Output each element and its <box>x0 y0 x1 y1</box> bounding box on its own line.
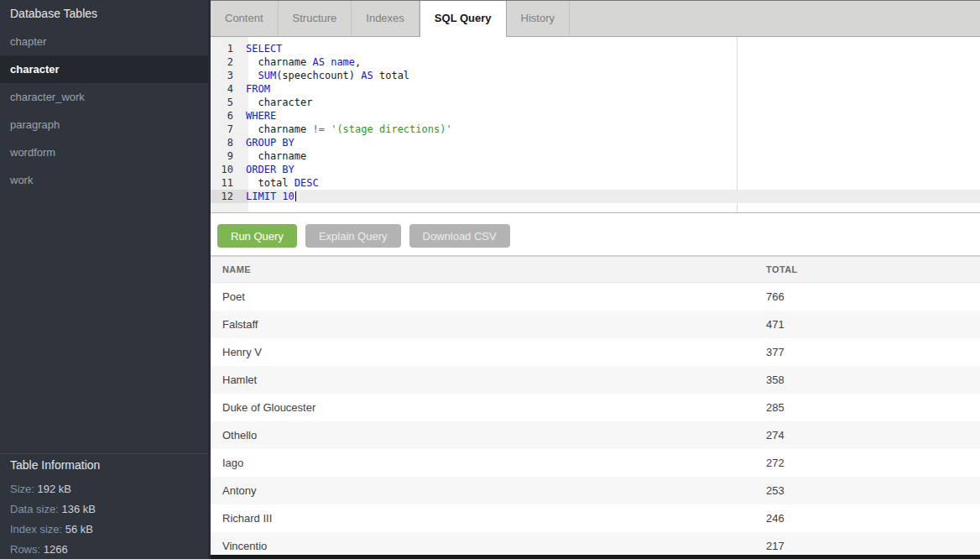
sidebar-table-wordform[interactable]: wordform <box>0 138 208 166</box>
stat-label: Index size: <box>10 523 65 535</box>
table-information-stats: Size: 192 kBData size: 136 kBIndex size:… <box>10 483 198 556</box>
editor-line: 1SELECT <box>211 42 980 55</box>
stat-row: Size: 192 kB <box>10 483 198 495</box>
sidebar-table-character-work[interactable]: character_work <box>0 83 208 111</box>
editor-line: 5 character <box>211 96 980 109</box>
cell-total: 272 <box>766 457 980 469</box>
run-query-button[interactable]: Run Query <box>217 224 297 248</box>
stat-label: Size: <box>10 483 38 495</box>
editor-line: 7 charname != '(stage directions)' <box>211 123 980 136</box>
cell-name: Richard III <box>211 512 766 525</box>
cell-name: Poet <box>211 290 766 303</box>
stat-row: Rows: 1266 <box>10 544 198 556</box>
cell-name: Falstaff <box>211 318 766 331</box>
code-text: WHERE <box>241 109 276 123</box>
cell-name: Henry V <box>211 346 766 358</box>
cell-total: 377 <box>766 346 980 358</box>
line-number: 3 <box>211 69 241 82</box>
table-row: Iago272 <box>211 449 980 477</box>
sidebar-table-paragraph[interactable]: paragraph <box>0 111 208 138</box>
table-row: Richard III246 <box>211 504 980 532</box>
download-csv-button[interactable]: Download CSV <box>409 224 510 248</box>
line-number: 4 <box>211 82 241 96</box>
editor-line: 4FROM <box>211 82 980 96</box>
table-row: Henry V377 <box>211 338 980 366</box>
line-number: 9 <box>211 149 241 163</box>
line-number: 2 <box>211 55 241 69</box>
query-toolbar: Run Query Explain Query Download CSV <box>211 213 980 256</box>
stat-value: 192 kB <box>38 483 71 495</box>
sidebar-table-chapter[interactable]: chapter <box>0 28 208 55</box>
line-number: 6 <box>211 109 241 123</box>
code-text: GROUP BY <box>241 136 295 149</box>
stat-label: Data size: <box>10 503 61 515</box>
code-text: SELECT <box>241 42 282 55</box>
column-header-total: TOTAL <box>766 264 980 274</box>
tab-history[interactable]: History <box>507 1 570 36</box>
tab-content[interactable]: Content <box>211 1 279 36</box>
table-row: Falstaff471 <box>211 311 980 338</box>
sql-query-editor[interactable]: 1SELECT2 charname AS name,3 SUM(speechco… <box>211 37 980 213</box>
explain-query-button[interactable]: Explain Query <box>305 224 401 248</box>
app-window: Database Tables chaptercharactercharacte… <box>0 0 980 559</box>
stat-value: 56 kB <box>65 523 93 535</box>
stat-label: Rows: <box>10 543 44 556</box>
cell-name: Hamlet <box>211 374 766 386</box>
table-row: Antony253 <box>211 477 980 504</box>
stat-value: 136 kB <box>61 503 95 515</box>
code-text: LIMIT 10 <box>241 190 296 203</box>
results-body: Poet766Falstaff471Henry V377Hamlet358Duk… <box>211 283 980 559</box>
editor-line: 2 charname AS name, <box>211 55 980 69</box>
code-text: character <box>241 96 312 109</box>
line-number: 11 <box>211 176 241 190</box>
sidebar: Database Tables chaptercharactercharacte… <box>0 0 208 559</box>
cell-total: 217 <box>766 540 980 552</box>
editor-line: 10ORDER BY <box>211 163 980 176</box>
table-row: Duke of Gloucester285 <box>211 394 980 421</box>
tab-sql-query[interactable]: SQL Query <box>420 1 507 37</box>
table-information-title: Table Information <box>10 459 198 472</box>
cell-name: Duke of Gloucester <box>211 401 766 414</box>
line-number: 12 <box>211 190 241 203</box>
tab-indexes[interactable]: Indexes <box>352 1 420 36</box>
table-row: Othello274 <box>211 421 980 449</box>
tab-structure[interactable]: Structure <box>279 1 352 36</box>
main-content: ContentStructureIndexesSQL QueryHistory … <box>208 0 980 559</box>
text-cursor <box>295 191 296 201</box>
code-text: ORDER BY <box>241 163 295 176</box>
cell-name: Vincentio <box>211 540 766 552</box>
cell-total: 285 <box>766 401 980 414</box>
editor-line: 9 charname <box>211 149 980 163</box>
results-table: NAME TOTAL Poet766Falstaff471Henry V377H… <box>211 256 980 559</box>
cell-total: 471 <box>766 318 980 331</box>
code-text: charname <box>241 149 306 163</box>
stat-row: Index size: 56 kB <box>10 524 198 535</box>
cell-total: 246 <box>766 512 980 525</box>
code-text: charname != '(stage directions)' <box>241 123 452 136</box>
cell-total: 253 <box>766 484 980 497</box>
sidebar-table-work[interactable]: work <box>0 166 208 194</box>
editor-line: 12LIMIT 10 <box>211 190 980 203</box>
code-text: FROM <box>241 82 270 96</box>
line-number: 1 <box>211 42 241 55</box>
line-number: 5 <box>211 96 241 109</box>
line-number: 8 <box>211 136 241 149</box>
sidebar-title: Database Tables <box>0 0 208 28</box>
column-header-name: NAME <box>211 264 766 274</box>
cell-total: 358 <box>766 374 980 386</box>
cell-total: 274 <box>766 429 980 441</box>
cell-name: Iago <box>211 457 766 469</box>
code-text: charname AS name, <box>241 55 361 69</box>
tab-bar: ContentStructureIndexesSQL QueryHistory <box>211 0 980 37</box>
stat-row: Data size: 136 kB <box>10 504 198 515</box>
stat-value: 1266 <box>44 543 68 556</box>
bottom-bar <box>211 555 980 559</box>
editor-line: 6WHERE <box>211 109 980 123</box>
cell-name: Othello <box>211 429 766 441</box>
line-number: 7 <box>211 123 241 136</box>
results-header: NAME TOTAL <box>211 256 980 283</box>
sidebar-table-character[interactable]: character <box>0 55 208 83</box>
line-number: 10 <box>211 163 241 176</box>
editor-line: 11 total DESC <box>211 176 980 190</box>
cell-name: Antony <box>211 484 766 497</box>
